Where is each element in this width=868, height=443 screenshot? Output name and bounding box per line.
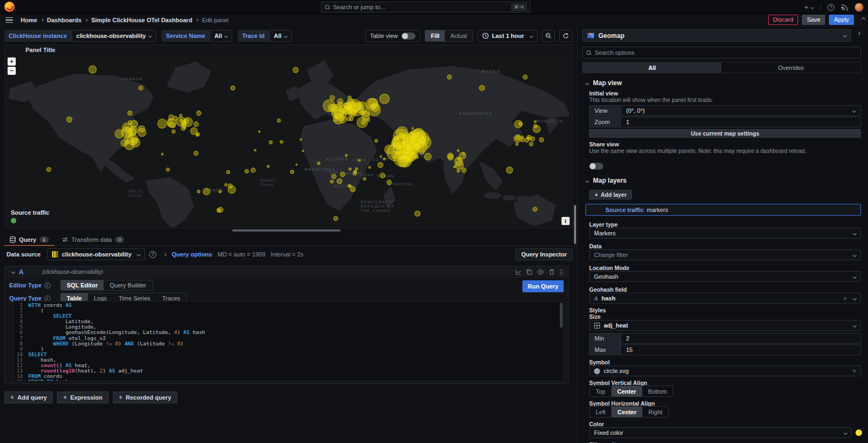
map-marker[interactable] [296,164,297,165]
map-marker[interactable] [515,143,518,146]
breadcrumb-dashboards[interactable]: Dashboards [47,17,82,23]
map-marker[interactable] [203,188,210,195]
grafana-logo-icon[interactable] [4,2,15,12]
variable-value-dropdown[interactable]: clickhouse-observability [72,30,156,42]
map-marker[interactable] [353,171,357,175]
map-marker[interactable] [124,137,127,140]
map-marker[interactable] [67,117,72,122]
align-right-option[interactable]: Right [642,407,668,417]
collapse-query-icon[interactable] [11,270,15,274]
clear-icon[interactable]: × [844,295,847,301]
sql-editor[interactable]: 1WITH coords AS2 (3 SELECT4 Latitude,5 L… [14,301,564,381]
align-center-option[interactable]: Center [611,386,642,396]
table-view-toggle[interactable]: Table view [365,30,420,42]
map-marker[interactable] [363,177,366,180]
color-swatch[interactable] [856,429,862,436]
save-button[interactable]: Save [802,15,825,25]
view-dropdown[interactable]: (0°, 0°) [621,105,861,116]
map-marker[interactable] [334,108,346,120]
map-marker[interactable] [131,137,137,143]
add-layer-button[interactable]: +Add layer [589,190,632,200]
map-marker[interactable] [375,139,378,142]
map-marker[interactable] [521,136,524,139]
tab-all[interactable]: All [583,62,722,73]
map-marker[interactable] [115,130,124,138]
map-marker[interactable] [183,118,193,127]
map-marker[interactable] [194,121,199,126]
map-marker[interactable] [514,134,522,142]
map-marker[interactable] [227,170,230,174]
map-attribution-info-button[interactable]: i [561,217,570,225]
map-marker[interactable] [330,180,334,183]
layer-item-source-traffic[interactable]: Source traffic markers [585,204,861,216]
map-marker[interactable] [217,208,221,212]
zoom-input[interactable]: 1 [621,117,861,127]
run-query-button[interactable]: Run Query [522,280,564,292]
color-dropdown[interactable]: Fixed color [589,427,852,438]
query-builder-option[interactable]: Query Builder [104,280,152,290]
map-marker[interactable] [251,168,256,172]
datasource-help-icon[interactable]: ? [149,251,156,258]
map-marker[interactable] [317,162,320,165]
map-marker[interactable] [533,125,541,133]
map-marker[interactable] [267,165,269,168]
map-marker[interactable] [523,75,527,79]
map-marker[interactable] [424,153,431,160]
map-marker[interactable] [300,139,302,140]
map-marker[interactable] [371,103,379,111]
map-marker[interactable] [196,111,201,115]
map-marker[interactable] [462,168,466,172]
query-ref-header[interactable]: A (clickhouse-observability) [5,266,568,278]
collapse-options-icon[interactable] [861,17,865,21]
map-marker[interactable] [448,154,454,160]
map-marker[interactable] [348,184,350,187]
trash-icon[interactable] [549,269,554,275]
map-marker[interactable] [447,75,451,79]
map-marker[interactable] [340,172,345,177]
map-zoom-in-button[interactable]: + [8,57,16,66]
map-marker[interactable] [139,86,143,90]
map-marker[interactable] [337,179,342,184]
map-marker[interactable] [344,102,353,111]
tab-overrides[interactable]: Overrides [722,62,860,73]
help-icon[interactable]: ? [827,4,834,11]
map-marker[interactable] [359,159,361,162]
datasource-picker[interactable]: clickhouse-observability [47,248,145,260]
map-marker[interactable] [125,140,129,144]
align-center-option[interactable]: Center [611,407,642,417]
map-marker[interactable] [131,120,138,127]
map-marker[interactable] [345,154,347,156]
geohash-field-select[interactable]: A hash × [589,293,861,304]
size-field-select[interactable]: adj_heat [589,320,861,331]
map-marker[interactable] [302,150,304,152]
map-marker[interactable] [399,154,412,167]
map-marker[interactable] [225,183,227,186]
menu-toggle-icon[interactable] [5,17,13,23]
map-marker[interactable] [455,161,463,169]
align-top-option[interactable]: Top [590,386,611,396]
map-marker[interactable] [331,174,336,178]
refresh-button[interactable] [559,30,572,42]
map-marker[interactable] [194,151,198,156]
variable-value-dropdown[interactable]: All [269,30,292,42]
map-marker[interactable] [330,95,335,100]
layer-type-dropdown[interactable]: Markers [589,228,861,239]
chart-icon[interactable] [515,269,521,275]
map-marker[interactable] [334,216,338,221]
panel-title[interactable]: Panel Title [5,45,572,55]
map-marker[interactable] [219,190,221,193]
tab-transform-data[interactable]: Transform data 0 [56,233,130,246]
map-marker[interactable] [531,137,535,141]
location-mode-dropdown[interactable]: Geohash [589,271,861,282]
align-left-option[interactable]: Left [590,407,611,417]
visualization-picker[interactable]: Geomap [582,29,851,42]
eye-icon[interactable] [537,269,544,275]
map-marker[interactable] [47,168,51,172]
map-marker[interactable] [293,67,298,73]
map-marker[interactable] [259,131,260,132]
map-marker[interactable] [337,98,343,104]
max-input[interactable]: 15 [621,344,861,355]
breadcrumb-home[interactable]: Home [21,17,37,23]
map-marker[interactable] [459,159,461,161]
table-view-switch[interactable] [401,33,416,40]
